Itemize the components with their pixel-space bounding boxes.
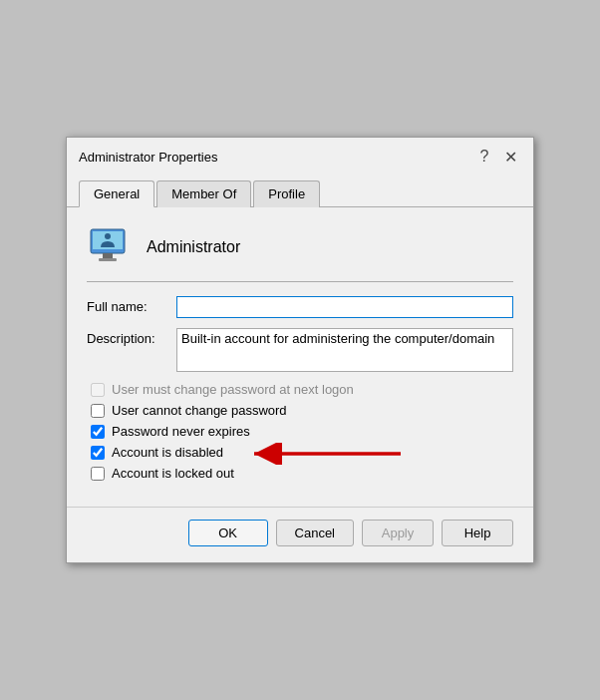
- apply-button[interactable]: Apply: [362, 520, 434, 546]
- checkbox-disabled-label: Account is disabled: [112, 445, 223, 460]
- description-label: Description:: [87, 328, 176, 346]
- user-header: Administrator: [87, 223, 513, 271]
- close-button[interactable]: ✕: [499, 146, 521, 168]
- checkbox-account-disabled[interactable]: [91, 446, 105, 460]
- full-name-row: Full name:: [87, 296, 513, 318]
- checkbox-locked-label: Account is locked out: [112, 466, 234, 481]
- checkbox-locked-row: Account is locked out: [87, 466, 513, 481]
- dialog-title: Administrator Properties: [79, 150, 217, 165]
- tabs-bar: General Member Of Profile: [67, 172, 533, 207]
- checkbox-must-change[interactable]: [91, 383, 105, 397]
- title-bar: Administrator Properties ? ✕: [67, 138, 533, 168]
- help-button-bar[interactable]: Help: [442, 520, 513, 546]
- full-name-input[interactable]: [176, 296, 513, 318]
- help-button[interactable]: ?: [473, 146, 495, 168]
- tab-member-of[interactable]: Member Of: [156, 180, 251, 207]
- svg-point-4: [105, 233, 111, 239]
- checkbox-cannot-change-row: User cannot change password: [87, 403, 513, 418]
- checkbox-never-expires-row: Password never expires: [87, 424, 513, 439]
- title-bar-buttons: ? ✕: [473, 146, 521, 168]
- account-disabled-section: Account is disabled: [87, 445, 513, 460]
- checkbox-cannot-change-label: User cannot change password: [112, 403, 287, 418]
- description-row: Description: Built-in account for admini…: [87, 328, 513, 372]
- description-input[interactable]: Built-in account for administering the c…: [176, 328, 513, 372]
- dialog-content: Administrator Full name: Description: Bu…: [67, 207, 533, 499]
- ok-button[interactable]: OK: [188, 520, 268, 546]
- button-bar: OK Cancel Apply Help: [67, 507, 533, 562]
- svg-rect-3: [99, 258, 117, 261]
- tab-general[interactable]: General: [79, 180, 154, 207]
- administrator-properties-dialog: Administrator Properties ? ✕ General Mem…: [66, 137, 534, 563]
- checkbox-cannot-change[interactable]: [91, 404, 105, 418]
- checkbox-account-locked[interactable]: [91, 467, 105, 481]
- checkbox-must-change-label: User must change password at next logon: [112, 382, 354, 397]
- user-name-label: Administrator: [147, 238, 240, 256]
- svg-rect-2: [103, 253, 113, 258]
- user-avatar-icon: [87, 223, 135, 271]
- red-arrow-annotation: [246, 443, 406, 465]
- cancel-button[interactable]: Cancel: [276, 520, 354, 546]
- tab-profile[interactable]: Profile: [253, 180, 320, 207]
- checkbox-never-expires[interactable]: [91, 425, 105, 439]
- checkbox-never-expires-label: Password never expires: [112, 424, 250, 439]
- full-name-label: Full name:: [87, 296, 176, 314]
- separator: [87, 281, 513, 282]
- checkbox-must-change-row: User must change password at next logon: [87, 382, 513, 397]
